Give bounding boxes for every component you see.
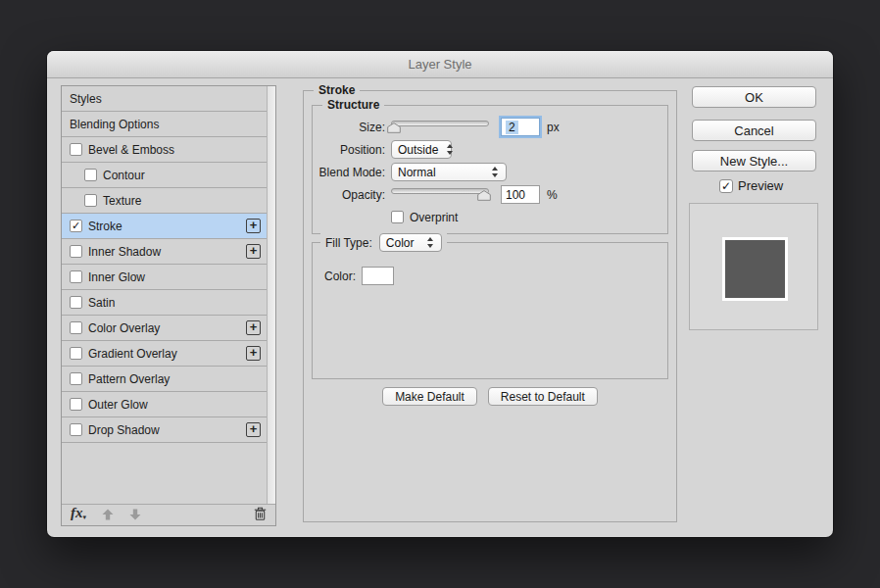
sidebar-item-label: Gradient Overlay: [88, 347, 177, 361]
fill-type-legend: Fill Type: Color: [320, 233, 447, 252]
opacity-label: Opacity:: [317, 188, 385, 202]
sidebar-item-label: Inner Glow: [88, 270, 145, 284]
blend-mode-value: Normal: [398, 166, 483, 179]
style-checkbox[interactable]: [70, 372, 82, 385]
blend-mode-dropdown[interactable]: Normal: [391, 163, 507, 181]
sidebar-item-satin[interactable]: Satin: [62, 290, 267, 316]
position-dropdown[interactable]: Outside: [391, 140, 452, 159]
preview-swatch: [722, 237, 788, 301]
color-swatch[interactable]: [362, 267, 394, 285]
fx-menu-icon[interactable]: fx▾: [71, 506, 86, 524]
trash-icon[interactable]: [254, 507, 267, 524]
sidebar-item-styles[interactable]: Styles: [62, 86, 267, 112]
sidebar-item-label: Satin: [88, 296, 115, 310]
stepper-icon: [426, 236, 435, 249]
style-checkbox[interactable]: [70, 398, 82, 411]
cancel-button[interactable]: Cancel: [692, 120, 816, 141]
size-slider-track[interactable]: [391, 121, 489, 126]
color-row: Color:: [324, 267, 394, 285]
move-up-icon[interactable]: [102, 507, 114, 524]
add-effect-icon[interactable]: +: [246, 346, 261, 361]
style-checkbox[interactable]: [70, 423, 82, 436]
structure-legend: Structure: [322, 98, 384, 112]
styles-sidebar: StylesBlending OptionsBevel & EmbossCont…: [61, 85, 276, 526]
sidebar-item-drop-shadow[interactable]: Drop Shadow+: [62, 417, 267, 443]
dialog-titlebar[interactable]: Layer Style: [47, 51, 833, 78]
opacity-input[interactable]: 100: [501, 185, 540, 204]
style-checkbox[interactable]: [70, 245, 82, 258]
color-label: Color:: [324, 270, 356, 283]
ok-button[interactable]: OK: [692, 86, 816, 108]
style-checkbox[interactable]: [84, 169, 97, 181]
style-checkbox[interactable]: ✓: [70, 220, 82, 232]
sidebar-item-label: Outer Glow: [88, 398, 148, 412]
position-value: Outside: [398, 143, 438, 157]
style-checkbox[interactable]: [70, 270, 82, 283]
blend-mode-label: Blend Mode:: [317, 166, 385, 179]
reset-to-default-button[interactable]: Reset to Default: [488, 387, 598, 406]
sidebar-item-label: Pattern Overlay: [88, 372, 170, 386]
sidebar-item-contour[interactable]: Contour: [62, 163, 267, 188]
stroke-group: Stroke Structure Size: 2 px: [303, 90, 677, 522]
stepper-icon: [491, 166, 500, 178]
preview-toggle: ✓ Preview: [719, 178, 783, 193]
style-checkbox[interactable]: [70, 143, 82, 156]
style-checkbox[interactable]: [70, 296, 82, 309]
add-effect-icon[interactable]: +: [246, 320, 261, 335]
sidebar-item-pattern-overlay[interactable]: Pattern Overlay: [62, 367, 267, 392]
styles-list: StylesBlending OptionsBevel & EmbossCont…: [62, 86, 267, 443]
opacity-slider[interactable]: [391, 187, 489, 202]
sidebar-item-label: Styles: [70, 92, 102, 106]
opacity-slider-track[interactable]: [391, 188, 489, 194]
size-unit: px: [547, 121, 560, 134]
new-style-button[interactable]: New Style...: [692, 150, 816, 172]
size-value: 2: [506, 121, 518, 134]
fill-type-value: Color: [386, 236, 418, 250]
size-slider-thumb[interactable]: [387, 122, 401, 133]
overprint-checkbox[interactable]: [391, 211, 404, 223]
sidebar-item-texture[interactable]: Texture: [62, 188, 267, 214]
sidebar-item-blending-options[interactable]: Blending Options: [62, 112, 267, 137]
sidebar-item-stroke[interactable]: ✓Stroke+: [62, 214, 267, 239]
add-effect-icon[interactable]: +: [246, 219, 261, 233]
stroke-group-title: Stroke: [314, 83, 360, 97]
opacity-value: 100: [506, 188, 525, 202]
opacity-slider-thumb[interactable]: [477, 190, 491, 201]
preview-panel: [689, 203, 818, 330]
size-slider[interactable]: [391, 120, 489, 134]
size-input[interactable]: 2: [501, 118, 540, 136]
sidebar-item-label: Bevel & Emboss: [88, 143, 174, 157]
add-effect-icon[interactable]: +: [246, 244, 261, 259]
style-checkbox[interactable]: [70, 321, 82, 334]
move-down-icon[interactable]: [129, 507, 141, 524]
sidebar-item-inner-shadow[interactable]: Inner Shadow+: [62, 239, 267, 265]
dialog-title: Layer Style: [408, 57, 471, 72]
sidebar-scrollbar[interactable]: [267, 86, 275, 504]
sidebar-item-label: Drop Shadow: [88, 423, 160, 437]
sidebar-item-label: Color Overlay: [88, 321, 160, 335]
fill-type-fieldset: Fill Type: Color Color:: [312, 242, 668, 379]
sidebar-item-inner-glow[interactable]: Inner Glow: [62, 265, 267, 290]
sidebar-item-label: Contour: [103, 169, 145, 182]
position-label: Position:: [317, 143, 385, 157]
sidebar-item-label: Inner Shadow: [88, 245, 161, 259]
add-effect-icon[interactable]: +: [246, 422, 261, 437]
style-checkbox[interactable]: [70, 347, 82, 360]
desktop-background: Layer Style StylesBlending OptionsBevel …: [0, 0, 880, 588]
sidebar-item-label: Texture: [103, 194, 141, 208]
sidebar-item-gradient-overlay[interactable]: Gradient Overlay+: [62, 341, 267, 367]
position-row: Position: Outside: [313, 138, 667, 161]
style-checkbox[interactable]: [84, 194, 97, 207]
fill-type-dropdown[interactable]: Color: [379, 233, 442, 252]
sidebar-item-label: Stroke: [88, 220, 122, 233]
preview-label: Preview: [738, 178, 783, 193]
structure-fieldset: Structure Size: 2 px Posi: [312, 105, 668, 234]
preview-checkbox[interactable]: ✓: [719, 179, 733, 193]
sidebar-item-bevel-emboss[interactable]: Bevel & Emboss: [62, 137, 267, 163]
make-default-button[interactable]: Make Default: [382, 387, 477, 406]
blend-mode-row: Blend Mode: Normal: [313, 161, 667, 183]
overprint-label: Overprint: [410, 211, 458, 224]
sidebar-item-outer-glow[interactable]: Outer Glow: [62, 392, 267, 417]
sidebar-item-color-overlay[interactable]: Color Overlay+: [62, 316, 267, 341]
size-row: Size: 2 px: [313, 116, 667, 138]
